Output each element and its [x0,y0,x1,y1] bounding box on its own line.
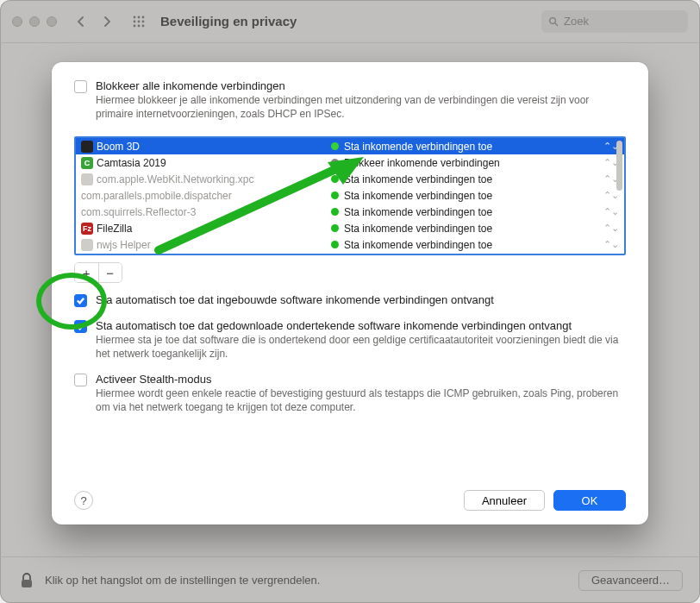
svg-point-4 [138,20,141,22]
svg-point-7 [138,24,141,27]
close-window-button[interactable] [12,16,22,27]
block-all-label: Blokkeer alle inkomende verbindingen [96,79,626,92]
search-input[interactable]: Zoek [541,10,688,33]
auto-signed-subtext: Hiermee sta je toe dat software die is o… [96,334,626,361]
remove-button[interactable]: − [98,263,122,282]
svg-point-0 [134,16,136,18]
back-button[interactable] [69,12,93,31]
stealth-subtext: Hiermee wordt geen enkele reactie of bev… [96,387,626,414]
app-name: com.apple.WebKit.Networking.xpc [97,173,254,185]
forward-button[interactable] [95,12,119,31]
svg-point-9 [550,17,556,23]
list-item[interactable]: com.apple.WebKit.Networking.xpcSta inkom… [76,171,624,187]
window-title: Beveiliging en privacy [160,14,297,28]
allow-icon [331,142,339,150]
list-item[interactable]: com.parallels.pmobile.dispatcherSta inko… [76,187,624,204]
svg-line-10 [555,23,558,26]
list-item[interactable]: Boom 3DSta inkomende verbindingen toe⌃⌄ [76,138,624,154]
advanced-button[interactable]: Geavanceerd… [578,570,683,591]
chevron-left-icon [77,16,85,27]
zoom-window-button[interactable] [47,16,57,27]
app-icon [81,141,93,153]
add-remove-group: + − [74,262,122,283]
svg-point-2 [142,16,145,18]
scrollbar[interactable] [616,141,622,191]
status-label: Sta inkomende verbindingen toe [344,206,492,218]
show-all-button[interactable] [128,12,150,31]
add-button[interactable]: + [75,263,98,282]
app-name: FileZilla [97,223,132,235]
grid-icon [132,15,146,28]
list-item[interactable]: com.squirrels.Reflector-3Sta inkomende v… [76,204,624,220]
status-label: Sta inkomende verbindingen toe [344,141,492,153]
titlebar: Beveiliging en privacy Zoek [0,0,700,43]
status-label: Sta inkomende verbindingen toe [344,239,492,251]
auto-signed-checkbox[interactable] [74,320,87,333]
cancel-button[interactable]: Annuleer [464,490,545,511]
status-stepper-icon[interactable]: ⌃⌄ [603,239,619,250]
list-item[interactable]: FzFileZillaSta inkomende verbindingen to… [76,220,624,236]
status-stepper-icon[interactable]: ⌃⌄ [603,190,619,201]
block-all-subtext: Hiermee blokkeer je alle inkomende verbi… [96,94,626,121]
apps-list[interactable]: Boom 3DSta inkomende verbindingen toe⌃⌄C… [74,136,626,255]
status-stepper-icon[interactable]: ⌃⌄ [603,206,619,217]
help-button[interactable]: ? [74,491,93,510]
block-icon [331,159,339,166]
allow-icon [331,175,339,183]
app-name: Camtasia 2019 [97,157,166,169]
lock-icon [17,571,36,590]
status-label: Sta inkomende verbindingen toe [344,190,492,202]
allow-icon [331,192,339,199]
app-icon: C [81,157,93,169]
svg-point-5 [142,20,145,22]
svg-point-1 [138,16,141,18]
block-all-checkbox[interactable] [74,80,87,93]
app-name: Boom 3D [97,141,140,153]
nav-buttons [69,12,119,31]
app-name: com.parallels.pmobile.dispatcher [81,190,232,202]
search-icon [548,16,559,27]
app-icon [81,173,93,185]
allow-icon [331,224,339,232]
status-label: Blokkeer inkomende verbindingen [344,157,500,169]
stealth-checkbox[interactable] [74,374,87,386]
auto-signed-label: Sta automatisch toe dat gedownloade onde… [96,319,626,332]
svg-point-6 [134,24,136,27]
allow-icon [331,208,339,216]
svg-rect-11 [22,580,32,587]
list-item[interactable]: CCamtasia 2019Blokkeer inkomende verbind… [76,154,624,171]
app-name: com.squirrels.Reflector-3 [81,206,196,218]
firewall-options-sheet: Blokkeer alle inkomende verbindingen Hie… [52,62,648,524]
chevron-right-icon [103,16,111,27]
allow-icon [331,241,339,248]
auto-builtin-checkbox[interactable] [74,294,87,307]
lock-button[interactable] [17,571,36,590]
status-label: Sta inkomende verbindingen toe [344,223,492,235]
ok-button[interactable]: OK [553,490,626,511]
svg-point-8 [142,24,145,27]
list-item[interactable]: nwjs HelperSta inkomende verbindingen to… [76,236,624,253]
traffic-lights [12,16,57,27]
status-stepper-icon[interactable]: ⌃⌄ [603,223,619,234]
search-placeholder: Zoek [564,15,589,28]
status-label: Sta inkomende verbindingen toe [344,173,492,185]
app-icon: Fz [81,223,93,235]
auto-builtin-label: Sta automatisch toe dat ingebouwde softw… [96,293,494,306]
minimize-window-button[interactable] [29,16,40,27]
app-icon [81,239,93,251]
app-name: nwjs Helper [97,239,151,251]
svg-point-3 [134,20,136,22]
stealth-label: Activeer Stealth-modus [96,373,626,386]
lock-text: Klik op het hangslot om de instellingen … [45,574,320,587]
bottom-bar: Klik op het hangslot om de instellingen … [0,556,700,603]
